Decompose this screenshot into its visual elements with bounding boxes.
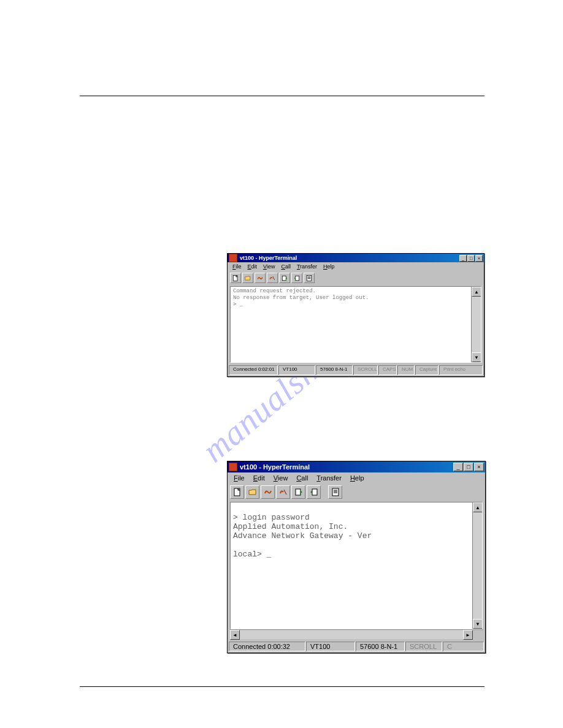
vertical-scrollbar[interactable]: ▲ ▼ xyxy=(472,502,482,629)
scroll-right-icon[interactable]: ► xyxy=(463,630,473,640)
titlebar[interactable]: vt100 - HyperTerminal _ □ × xyxy=(228,254,484,262)
status-emulation: VT100 xyxy=(306,642,355,651)
status-emulation: VT100 xyxy=(278,365,315,375)
status-num: NUM xyxy=(397,365,415,375)
disconnect-icon[interactable] xyxy=(276,485,290,499)
status-connected: Connected 0:00:32 xyxy=(229,642,305,651)
open-icon[interactable] xyxy=(245,485,259,499)
close-button[interactable]: × xyxy=(475,255,483,262)
new-icon[interactable] xyxy=(230,273,241,283)
horizontal-scrollbar[interactable]: ◄ ► xyxy=(230,629,483,639)
open-icon[interactable] xyxy=(242,273,253,283)
toolbar xyxy=(228,483,485,501)
menu-edit[interactable]: Edit xyxy=(250,474,269,482)
menu-file[interactable]: File xyxy=(230,264,244,270)
scroll-down-icon[interactable]: ▼ xyxy=(472,352,481,362)
menu-view[interactable]: View xyxy=(261,264,277,270)
status-capture: Capture xyxy=(415,365,439,375)
menu-file[interactable]: File xyxy=(230,474,248,482)
terminal-text: Command request rejected. No response fr… xyxy=(233,288,470,360)
status-caps: CAPS xyxy=(378,365,397,375)
terminal-text: > login password Applied Automation, Inc… xyxy=(233,504,471,626)
status-scroll: SCROLL xyxy=(405,642,442,651)
connect-icon[interactable] xyxy=(261,485,275,499)
menu-help[interactable]: Help xyxy=(321,264,337,270)
scroll-up-icon[interactable]: ▲ xyxy=(473,502,483,512)
svg-rect-2 xyxy=(282,276,286,281)
svg-rect-4 xyxy=(307,275,312,281)
hyperterminal-window-small: vt100 - HyperTerminal _ □ × File Edit Vi… xyxy=(227,253,484,377)
receive-icon[interactable] xyxy=(291,273,302,283)
statusbar: Connected 0:00:32 VT100 57600 8-N-1 SCRO… xyxy=(228,640,485,653)
close-button[interactable]: × xyxy=(474,463,484,471)
status-connected: Connected 0:02:01 xyxy=(229,365,278,375)
window-title: vt100 - HyperTerminal xyxy=(240,463,453,471)
top-divider xyxy=(80,96,484,96)
svg-rect-12 xyxy=(332,488,339,496)
status-printecho: Print echo xyxy=(439,365,483,375)
maximize-button[interactable]: □ xyxy=(467,255,475,262)
scroll-up-icon[interactable]: ▲ xyxy=(472,287,481,297)
properties-icon[interactable] xyxy=(304,273,315,283)
app-icon xyxy=(229,463,237,471)
menu-edit[interactable]: Edit xyxy=(245,264,260,270)
window-title: vt100 - HyperTerminal xyxy=(240,255,459,261)
vertical-scrollbar[interactable]: ▲ ▼ xyxy=(471,287,481,362)
terminal-area[interactable]: Command request rejected. No response fr… xyxy=(230,286,481,363)
bottom-divider xyxy=(80,686,484,687)
send-icon[interactable] xyxy=(291,485,305,499)
menu-call[interactable]: Call xyxy=(293,474,312,482)
menu-transfer[interactable]: Transfer xyxy=(313,474,345,482)
disconnect-icon[interactable] xyxy=(267,273,278,283)
scroll-down-icon[interactable]: ▼ xyxy=(473,619,483,629)
app-icon xyxy=(229,254,237,262)
svg-line-9 xyxy=(284,490,286,495)
svg-line-1 xyxy=(273,276,275,280)
menubar: File Edit View Call Transfer Help xyxy=(228,262,484,271)
toolbar xyxy=(228,271,484,285)
receive-icon[interactable] xyxy=(307,485,321,499)
hyperterminal-window-large: vt100 - HyperTerminal _ □ × File Edit Vi… xyxy=(227,461,486,653)
minimize-button[interactable]: _ xyxy=(459,255,467,262)
terminal-area[interactable]: > login password Applied Automation, Inc… xyxy=(230,502,483,629)
titlebar[interactable]: vt100 - HyperTerminal _ □ × xyxy=(228,461,485,472)
maximize-button[interactable]: □ xyxy=(464,463,473,471)
svg-rect-11 xyxy=(312,489,317,495)
menu-view[interactable]: View xyxy=(270,474,292,482)
status-caps: C xyxy=(443,642,484,651)
status-settings: 57600 8-N-1 xyxy=(356,642,405,651)
svg-rect-10 xyxy=(296,489,301,495)
properties-icon[interactable] xyxy=(328,485,342,499)
scroll-left-icon[interactable]: ◄ xyxy=(230,630,240,640)
new-icon[interactable] xyxy=(230,485,244,499)
status-settings: 57600 8-N-1 xyxy=(316,365,353,375)
menubar: File Edit View Call Transfer Help xyxy=(228,472,485,483)
svg-rect-3 xyxy=(296,276,299,281)
menu-call[interactable]: Call xyxy=(278,264,293,270)
menu-transfer[interactable]: Transfer xyxy=(294,264,320,270)
status-scroll: SCROLL xyxy=(353,365,378,375)
statusbar: Connected 0:02:01 VT100 57600 8-N-1 SCRO… xyxy=(228,364,484,376)
send-icon[interactable] xyxy=(279,273,290,283)
minimize-button[interactable]: _ xyxy=(453,463,463,471)
connect-icon[interactable] xyxy=(255,273,266,283)
menu-help[interactable]: Help xyxy=(347,474,368,482)
